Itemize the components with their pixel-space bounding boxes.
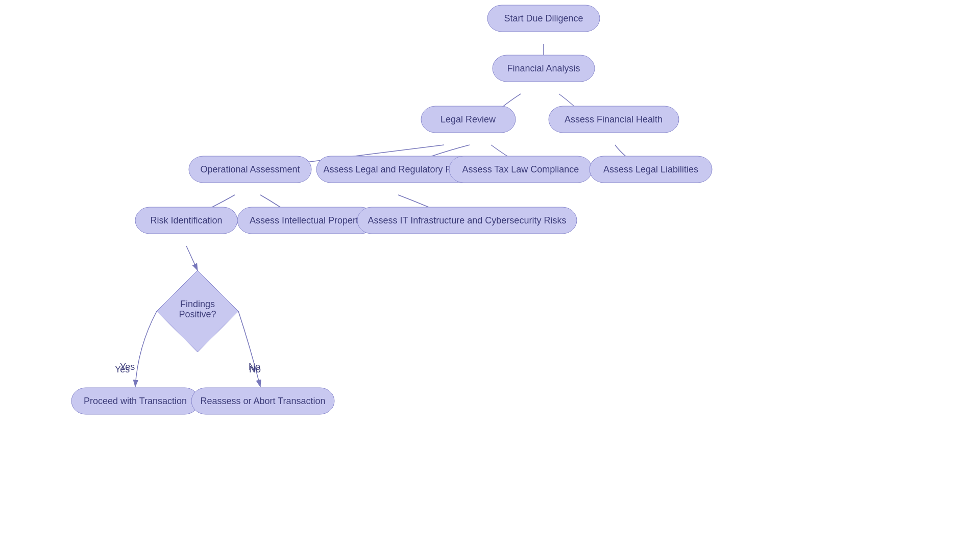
- node-operational-assessment-label: Operational Assessment: [200, 164, 300, 174]
- node-legal-review-label: Legal Review: [440, 114, 496, 124]
- arrow-diamond-to-proceed: [135, 311, 157, 387]
- node-assess-legal-regulatory-label: Assess Legal and Regulatory Risks: [323, 164, 468, 174]
- node-assess-financial-health-label: Assess Financial Health: [565, 114, 663, 124]
- node-financial-analysis-label: Financial Analysis: [507, 63, 580, 73]
- node-proceed-label: Proceed with Transaction: [84, 396, 187, 406]
- node-risk-identification-label: Risk Identification: [150, 215, 222, 226]
- node-reassess-label: Reassess or Abort Transaction: [200, 396, 325, 406]
- node-assess-tax-law-label: Assess Tax Law Compliance: [462, 164, 579, 174]
- arrow-ri-to-diamond: [186, 246, 198, 270]
- node-assess-ip-label: Assess Intellectual Property: [250, 215, 363, 226]
- arrow-diamond-to-reassess: [238, 311, 260, 387]
- node-assess-it-label: Assess IT Infrastructure and Cybersecuri…: [368, 215, 567, 226]
- yes-label: Yes: [120, 362, 135, 372]
- node-findings-positive-label1: Findings: [180, 299, 215, 309]
- node-findings-positive-label2: Positive?: [179, 309, 216, 319]
- node-start-label: Start Due Diligence: [504, 13, 583, 23]
- node-assess-legal-liabilities-label: Assess Legal Liabilities: [603, 164, 698, 174]
- no-label: No: [249, 362, 260, 372]
